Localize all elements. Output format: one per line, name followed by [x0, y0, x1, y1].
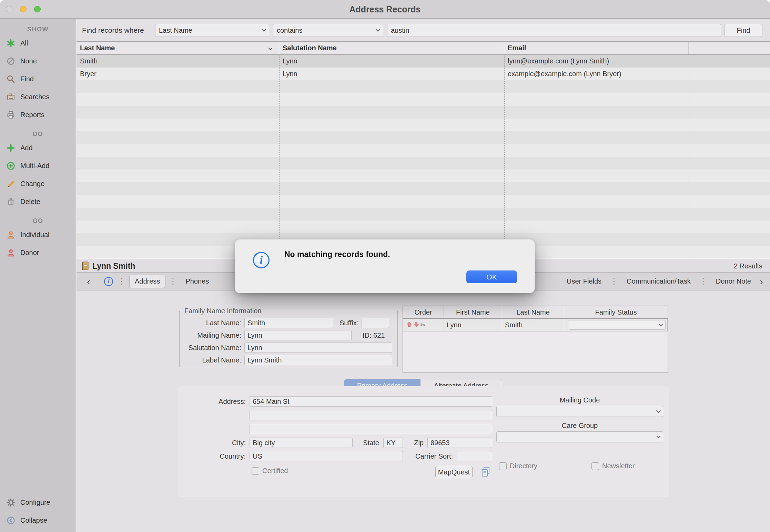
results-table-body: Smith Lynn lynn@example.com (Lynn Smith)…	[77, 55, 770, 259]
sidebar-item-label: Find	[20, 75, 34, 83]
sidebar: SHOW All None Find Searches	[0, 19, 76, 532]
member-first-name[interactable]: Lynn	[444, 319, 502, 331]
certified-label: Certified	[262, 467, 288, 475]
plus-icon	[6, 143, 16, 153]
move-down-icon[interactable]	[413, 319, 419, 331]
column-header-salutation[interactable]: Salutation Name	[279, 42, 504, 54]
zip-field[interactable]: 89653	[427, 438, 492, 448]
mapquest-button[interactable]: MapQuest	[435, 466, 473, 478]
checkbox-box	[252, 467, 259, 475]
pencil-icon	[6, 179, 16, 188]
column-header-email[interactable]: Email	[504, 42, 689, 54]
mailing-code-select[interactable]	[496, 406, 663, 417]
tab-separator-icon: ⋮	[165, 277, 180, 286]
suffix-field[interactable]	[362, 318, 389, 328]
carrier-sort-label: Carrier Sort:	[402, 452, 453, 460]
column-label: Email	[508, 44, 526, 52]
tabs-forward-chevron-icon[interactable]: ›	[756, 275, 767, 288]
sidebar-item-none[interactable]: None	[0, 52, 76, 70]
table-row[interactable]: Bryer Lynn example@example.com (Lynn Bry…	[77, 68, 770, 80]
sidebar-item-label: Change	[20, 180, 44, 188]
table-row-empty	[77, 195, 770, 208]
member-row[interactable]: ✂ Lynn Smith	[403, 319, 668, 331]
gear-icon	[6, 498, 16, 507]
cell-email: example@example.com (Lynn Bryer)	[504, 68, 689, 80]
sidebar-item-reports[interactable]: Reports	[0, 106, 76, 124]
checkbox-box	[499, 462, 507, 470]
tab-address[interactable]: Address	[129, 275, 165, 288]
collapse-circle-icon	[6, 516, 16, 525]
address-line1-field[interactable]: 654 Main St	[250, 396, 492, 407]
tab-phones[interactable]: Phones	[180, 275, 214, 288]
info-icon: i	[253, 252, 270, 268]
sidebar-item-searches[interactable]: Searches	[0, 88, 76, 106]
country-field[interactable]: US	[250, 451, 403, 461]
label-name-label: Label Name:	[182, 356, 244, 364]
chevron-down-icon	[262, 27, 266, 32]
table-row-empty	[77, 106, 770, 119]
label-name-field[interactable]: Lynn Smith	[244, 355, 392, 365]
cell-last-name: Bryer	[77, 68, 279, 80]
copy-pages-icon[interactable]	[480, 466, 492, 480]
move-up-icon[interactable]	[406, 319, 412, 331]
sidebar-item-all[interactable]: All	[0, 34, 76, 52]
sidebar-item-change[interactable]: Change	[0, 175, 76, 193]
scissors-icon[interactable]: ✂	[420, 319, 426, 331]
sidebar-item-label: Multi-Add	[20, 162, 49, 170]
sidebar-item-configure[interactable]: Configure	[0, 493, 76, 511]
city-label: City:	[194, 439, 246, 447]
certified-checkbox[interactable]: Certified	[252, 467, 288, 475]
sidebar-item-collapse[interactable]: Collapse	[0, 511, 76, 529]
family-legend: Family Name Information	[182, 307, 263, 315]
tab-donor-note[interactable]: Donor Note	[711, 275, 756, 288]
sort-chevron-icon[interactable]	[268, 46, 273, 50]
circle-plus-icon	[6, 161, 16, 171]
info-tab-icon[interactable]: i	[104, 277, 113, 286]
table-row-selected[interactable]: Smith Lynn lynn@example.com (Lynn Smith)	[77, 55, 770, 68]
directory-checkbox[interactable]: Directory	[499, 462, 537, 470]
salutation-name-field[interactable]: Lynn	[244, 342, 392, 353]
sidebar-footer: Configure Collapse	[0, 492, 76, 529]
tab-communication-task[interactable]: Communication/Task	[621, 275, 696, 288]
care-group-select[interactable]	[496, 431, 663, 442]
sidebar-item-individual[interactable]: Individual	[0, 226, 76, 244]
member-last-name[interactable]: Smith	[502, 319, 564, 331]
city-field[interactable]: Big city	[250, 438, 353, 448]
sidebar-item-multi-add[interactable]: Multi-Add	[0, 157, 76, 175]
newsletter-checkbox[interactable]: Newsletter	[591, 462, 635, 470]
tabs-back-chevron-icon[interactable]: ‹	[83, 275, 94, 288]
table-row-empty	[77, 144, 770, 157]
family-status-select[interactable]	[569, 320, 666, 330]
sidebar-item-find[interactable]: Find	[0, 70, 76, 88]
search-operator-select[interactable]: contains	[273, 24, 383, 37]
chevron-down-icon	[659, 322, 663, 326]
cell-email: lynn@example.com (Lynn Smith)	[504, 55, 689, 68]
ok-button[interactable]: OK	[466, 270, 517, 283]
address-line3-field[interactable]	[250, 424, 492, 434]
table-row-empty	[77, 208, 770, 221]
results-table-header: Last Name Salutation Name Email	[77, 42, 770, 55]
last-name-field[interactable]: Smith	[244, 318, 333, 328]
find-button[interactable]: Find	[725, 24, 762, 37]
tab-separator-icon: ⋮	[696, 277, 711, 286]
suffix-label: Suffix:	[340, 319, 362, 327]
chevron-down-icon	[656, 434, 661, 438]
mailing-name-field[interactable]: Lynn	[244, 330, 352, 340]
sidebar-item-delete[interactable]: Delete	[0, 193, 76, 211]
checkbox-box	[591, 462, 599, 470]
state-field[interactable]: KY	[383, 438, 403, 448]
tab-user-fields[interactable]: User Fields	[561, 275, 607, 288]
search-icon	[6, 74, 16, 84]
table-row-empty	[77, 93, 770, 106]
search-query-value: austin	[391, 27, 409, 34]
address-line2-field[interactable]	[250, 410, 492, 420]
carrier-sort-field[interactable]	[457, 451, 492, 461]
table-row-empty	[77, 80, 770, 93]
sidebar-section-go: GO	[0, 216, 76, 226]
sidebar-section-do: DO	[0, 129, 76, 139]
search-field-select[interactable]: Last Name	[155, 24, 269, 37]
sidebar-item-donor[interactable]: Donor	[0, 244, 76, 262]
sidebar-item-add[interactable]: Add	[0, 139, 76, 157]
column-header-last-name[interactable]: Last Name	[77, 42, 279, 54]
search-query-input[interactable]: austin	[387, 24, 721, 37]
